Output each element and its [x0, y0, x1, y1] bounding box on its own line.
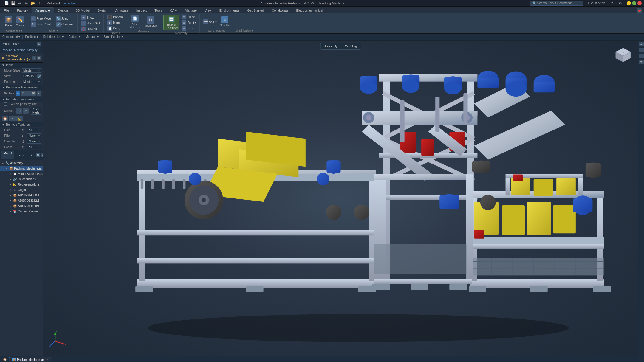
tree-item-adsk2[interactable]: ▼ 📦 ADSK-018182:1 [0, 198, 43, 203]
exclude-components-header[interactable]: ▼ Exclude Components [0, 97, 43, 102]
replace-more-btn[interactable]: ▾ [37, 91, 41, 96]
remove-icon1[interactable]: 🏠 [2, 116, 8, 121]
tab-tools[interactable]: Tools [151, 7, 166, 13]
tab-file[interactable]: File [0, 7, 13, 13]
manage-label[interactable]: Manage ▾ [138, 29, 150, 33]
view-link-btn[interactable]: 🔗 [37, 74, 41, 78]
axis-btn[interactable]: ⟷ Axis ▾ [202, 19, 218, 24]
view-value[interactable]: Default ▾ [22, 74, 35, 78]
show-btn[interactable]: 👁 Show [80, 15, 102, 20]
tree-item-relationships[interactable]: ▶ 🔗 Relationships [0, 176, 43, 182]
exclude-icon2[interactable]: ⬭ [23, 108, 29, 114]
save-btn[interactable]: 💾 [10, 0, 16, 6]
context-modeling-btn[interactable]: Modeling [342, 44, 359, 49]
properties-close[interactable]: × [18, 42, 19, 45]
tree-item-content-center[interactable]: ▶ 📚 Content Center [0, 209, 43, 214]
pocket-select[interactable]: All ▾ [27, 145, 41, 149]
replace-combined-btn[interactable]: ⊡ [31, 91, 36, 96]
help-btn[interactable]: ? [609, 0, 615, 6]
simplification-label[interactable]: Simplification ▾ [235, 29, 253, 32]
tree-item-adsk3[interactable]: ▶ 📦 ADSK-014168:1 [0, 203, 43, 209]
hole-select[interactable]: All ▾ [27, 128, 41, 132]
replace-box-btn[interactable]: □ [21, 91, 25, 96]
tab-3dmodel[interactable]: 3D Model [72, 7, 94, 13]
exclude-by-size-checkbox[interactable] [4, 102, 7, 106]
position-label[interactable]: Position ▾ [47, 29, 59, 32]
plane-btn[interactable]: ◻ Plane [180, 14, 198, 20]
replace-envelopes-header[interactable]: ▼ Replace with Envelopes [0, 85, 43, 90]
right-strip-btn1[interactable]: ▲ [639, 42, 644, 46]
right-strip-btn2[interactable]: + [639, 48, 644, 52]
pattern-label[interactable]: Pattern ▾ [110, 31, 121, 35]
ucs-btn[interactable]: ⊕ UCS [180, 26, 198, 31]
new-btn[interactable]: + [36, 0, 42, 6]
right-strip-btn4[interactable]: ▼ [639, 60, 644, 64]
manage-dropdown[interactable]: Manage ▾ [86, 35, 99, 38]
search-box[interactable]: 🔍 Search Help & Commands... [530, 1, 583, 6]
tree-item-adsk1[interactable]: ▶ 📦 ADSK-014308:1 [0, 192, 43, 198]
free-rotate-btn[interactable]: ↻ Free Rotate [30, 22, 54, 27]
remove-icon3[interactable]: 📐 [16, 116, 23, 121]
remove-features-header[interactable]: ▼ Remove Features [0, 122, 43, 127]
tab-get-started[interactable]: Get Started [243, 7, 268, 13]
input-section-header[interactable]: ▼ Input [0, 63, 43, 68]
pattern-btn[interactable]: ⬛ Pattern [106, 14, 124, 20]
tab-electromechanical[interactable]: Electromechanical [292, 7, 327, 13]
hide-all-btn[interactable]: 🚫 Hide All [80, 26, 102, 32]
simplify-btn[interactable]: ◈ Simplify [219, 15, 231, 27]
fillet-select[interactable]: None ▾ [27, 133, 41, 138]
pattern-dropdown[interactable]: Pattern ▾ [69, 35, 80, 38]
home-btn[interactable]: 🏠 [1, 357, 8, 362]
bill-of-materials-btn[interactable]: 📄 Bill ofMaterials [129, 14, 142, 29]
tab-factory[interactable]: Factory [13, 7, 32, 13]
redo-btn[interactable]: ↪ [23, 0, 29, 6]
undo-btn[interactable]: ↩ [17, 0, 23, 6]
gear-prop-btn[interactable]: ⚙ [37, 56, 41, 60]
mirror-btn[interactable]: ◧ Mirror [106, 20, 124, 25]
tab-logic[interactable]: Logic [15, 153, 27, 158]
copy-btn[interactable]: 📋 Copy [106, 26, 124, 31]
tree-search-btn[interactable]: 🔍 [36, 153, 40, 157]
component-label[interactable]: Component ▾ [6, 29, 22, 32]
file-tab-packing-machine[interactable]: 📦 Packing Machine.iam × [9, 357, 51, 362]
right-strip-btn3[interactable]: − [639, 54, 644, 58]
constrain-btn[interactable]: 🔗 Constrain [55, 22, 75, 27]
tab-manage[interactable]: Manage [181, 7, 201, 13]
file-icon[interactable]: 📄 [4, 0, 10, 6]
create-btn[interactable]: ✏️ Create [15, 15, 25, 27]
simplification-dropdown[interactable]: Simplification ▾ [104, 35, 124, 38]
add-prop-btn[interactable]: + [32, 56, 36, 60]
tab-annotate[interactable]: Annotate [112, 7, 132, 13]
tree-item-representations[interactable]: ▶ 📐 Representations [0, 182, 43, 187]
nav-cube[interactable]: TOP [614, 46, 632, 64]
minimize-btn[interactable] [627, 1, 631, 5]
tree-item-packing-machine[interactable]: ▼ 📦 Packing Machine.iam [0, 166, 43, 171]
viewport[interactable]: TOP Assembly Modeling X Y Z [43, 41, 638, 356]
update-substitutes-btn[interactable]: 🔄 UpdateSubstitutes [163, 15, 180, 30]
tree-settings-btn[interactable]: ⚙ [41, 153, 43, 157]
tab-environments[interactable]: Environments [216, 7, 243, 13]
tab-design[interactable]: Design [54, 7, 72, 13]
tab-collaborate[interactable]: Collaborate [268, 7, 292, 13]
tab-view[interactable]: View [201, 7, 216, 13]
model-state-value[interactable]: Master ▾ [22, 68, 41, 73]
maximize-btn[interactable] [632, 1, 636, 5]
exclude-icon1[interactable]: ⊡ [16, 108, 22, 114]
parameters-btn[interactable]: fx Parameters [143, 16, 159, 28]
context-assembly-btn[interactable]: Assembly [322, 44, 340, 49]
file-tab-close[interactable]: × [47, 358, 48, 361]
place-btn[interactable]: 📦 Place [3, 15, 14, 27]
tab-model[interactable]: Model × [1, 151, 14, 159]
tab-assemble[interactable]: Assemble [32, 7, 54, 13]
tab-inspect[interactable]: Inspect [132, 7, 151, 13]
settings-btn[interactable]: ⚙ [617, 0, 623, 6]
position-value[interactable]: Master ▾ [22, 80, 41, 84]
model-tab-close[interactable]: × [4, 155, 6, 158]
replace-cylinder-btn[interactable]: ⬭ [26, 91, 31, 96]
tab-add[interactable]: + [28, 153, 35, 158]
point-btn[interactable]: ● Point ▾ [180, 20, 198, 25]
remove-icon2[interactable]: × [9, 116, 16, 121]
component-dropdown[interactable]: Component ▾ [2, 35, 20, 38]
replace-sphere-btn[interactable]: ○ [16, 91, 20, 96]
close-btn[interactable] [637, 1, 642, 5]
